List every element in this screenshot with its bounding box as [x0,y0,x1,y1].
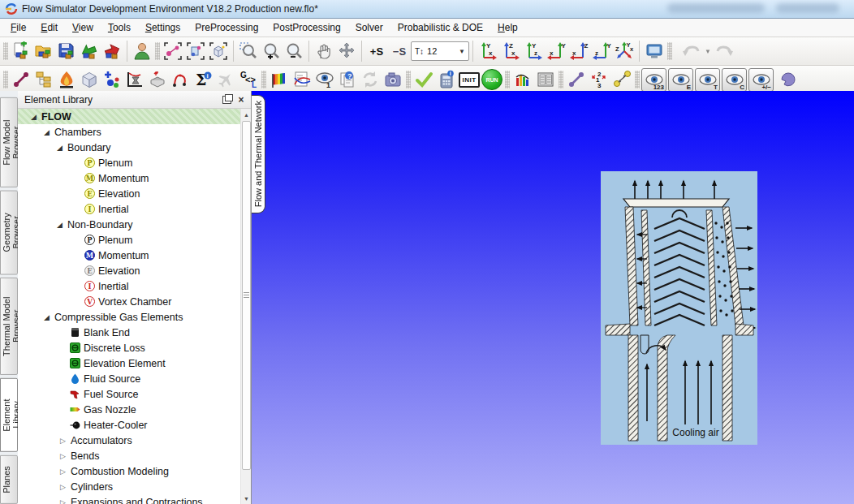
tabular-report-button[interactable] [534,68,557,91]
view-yx-button[interactable]: Yx [477,40,499,62]
toggle-chambers-visibility-button[interactable]: C [722,68,747,92]
menu-postprocessing[interactable]: PostProcessing [265,19,347,36]
menu-view[interactable]: View [65,19,101,36]
export-model-button[interactable] [101,40,123,62]
create-element-button[interactable] [10,68,32,91]
view-yz-button[interactable]: Yz [522,40,545,62]
menu-tools[interactable]: Tools [101,19,138,36]
toolbar-drag-handle[interactable] [3,71,8,88]
model-canvas[interactable]: Flow and Thermal Network [252,91,854,504]
zoom-in-button[interactable] [260,40,283,62]
transient-chart-button[interactable] [123,68,146,91]
tree-item-chambers[interactable]: ◢Chambers [18,124,251,140]
tree-item-heater-cooler[interactable]: Heater-Cooler [18,417,251,433]
menu-preprocessing[interactable]: PreProcessing [188,19,265,36]
tree-item-elevation-element[interactable]: Elevation Element [18,355,251,371]
toggle-signs-visibility-button[interactable]: +/− [748,68,774,92]
solver-settings-button[interactable]: i [435,68,458,91]
new-model-button[interactable] [10,40,32,62]
toolbar-drag-handle[interactable] [505,71,510,88]
add-chamber-button[interactable] [101,68,123,91]
run-button[interactable]: RUN [481,68,503,91]
aircraft-mission-button[interactable] [214,68,237,91]
scroll-down-arrow[interactable]: ▼ [241,493,251,504]
tree-item-plenum[interactable]: PPlenum [18,232,251,248]
tree-item-combustion-modeling[interactable]: ▷Combustion Modeling [18,463,251,479]
move-button[interactable] [335,40,358,62]
menu-file[interactable]: File [3,19,33,36]
tree-item-bends[interactable]: ▷Bends [18,448,251,463]
tree-item-inertial[interactable]: IInertial [18,278,251,294]
init-button[interactable]: INIT [458,68,481,91]
pan-button[interactable] [313,40,335,62]
font-decrease-button[interactable]: −S [388,40,411,62]
model-tree-button[interactable] [32,68,55,91]
tab-element-library[interactable]: Element Library [0,378,18,452]
zoom-window-button[interactable] [237,40,260,62]
tree-item-blank-end[interactable]: Blank End [18,325,251,340]
import-model-button[interactable] [78,40,101,62]
toolbar-drag-handle[interactable] [155,42,160,60]
view-xz-button[interactable]: Zx [567,40,590,62]
fit-selected-button[interactable] [184,40,207,62]
cube-3d-button[interactable] [78,68,101,91]
tree-item-momentum[interactable]: MMomentum [18,248,251,263]
user-profile-button[interactable] [131,40,153,62]
tree-item-cylinders[interactable]: ▷Cylinders [18,479,251,494]
scroll-up-arrow[interactable]: ▲ [241,109,251,120]
display-settings-button[interactable] [643,40,666,62]
case-manager-button[interactable] [146,68,169,91]
view-case-1-button[interactable]: 1 [313,68,336,91]
save-model-button[interactable] [55,40,78,62]
plot-report-button[interactable] [291,68,313,91]
tree-item-elevation[interactable]: EElevation [18,263,251,278]
tab-thermal-model-browser[interactable]: Thermal Model Browser [0,278,18,375]
toolbar-drag-handle[interactable] [559,71,563,88]
toolbar-drag-handle[interactable] [261,71,266,88]
results-chart-button[interactable] [511,68,534,91]
menu-help[interactable]: Help [490,19,525,36]
toggle-elements-visibility-button[interactable]: E [668,68,693,92]
validate-check-button[interactable] [412,68,435,91]
tree-item-expansions-contractions[interactable]: ▷Expansions and Contractions [18,494,251,504]
undo-button[interactable] [680,40,703,62]
tree-scrollbar[interactable]: ▲ ▼ [240,109,251,504]
renumber-button[interactable]: 213 [588,68,610,91]
view-zx-button[interactable]: Zx [499,40,522,62]
toolbar-drag-handle[interactable] [667,42,672,60]
toolbar-drag-handle[interactable] [406,71,411,88]
view-isometric-button[interactable]: YZx [613,40,636,62]
menu-settings[interactable]: Settings [138,19,188,36]
toolbar-drag-handle[interactable] [635,71,640,88]
redo-button[interactable] [713,40,735,62]
menu-probabilistic-doe[interactable]: Probabilistic & DOE [390,19,490,36]
tree-item-compressible-gas-elements[interactable]: ◢Compressible Gas Elements [18,309,251,325]
tab-flow-model-browser[interactable]: Flow Model Browser [0,97,18,187]
query-document-button[interactable]: ? [336,68,359,91]
tree-item-fuel-source[interactable]: Fuel Source [18,386,251,402]
toggle-ids-visibility-button[interactable]: 123 [641,68,666,92]
view-zy-button[interactable]: Yz [590,40,613,62]
float-panel-button[interactable] [220,93,233,106]
scrollbar-thumb[interactable] [242,121,251,470]
snapshot-save-button[interactable] [382,68,404,91]
zoom-out-button[interactable] [283,40,305,62]
toolbar-drag-handle[interactable] [3,42,8,60]
tree-item-plenum-boundary[interactable]: PPlenum [18,155,251,170]
tree-item-accumulators[interactable]: ▷Accumulators [18,433,251,448]
combustor-fire-button[interactable] [55,68,78,91]
global-local-code-button[interactable]: G<>L [237,68,260,91]
fit-network-button[interactable] [162,40,184,62]
undo-dropdown-button[interactable]: ▼ [703,40,713,62]
menu-edit[interactable]: Edit [33,19,65,36]
contour-plot-button[interactable] [268,68,291,91]
toggle-thermal-visibility-button[interactable]: T [695,68,720,92]
open-model-button[interactable] [32,40,55,62]
measure-distance-button[interactable] [610,68,633,91]
close-panel-button[interactable]: × [235,93,248,106]
tree-item-elevation-boundary[interactable]: EElevation [18,186,251,201]
tab-planes[interactable]: Planes [0,455,18,504]
summation-info-button[interactable]: Σi [192,68,214,91]
fit-model-button[interactable] [207,40,230,62]
tab-geometry-browser[interactable]: Geometry Browser [0,191,18,275]
